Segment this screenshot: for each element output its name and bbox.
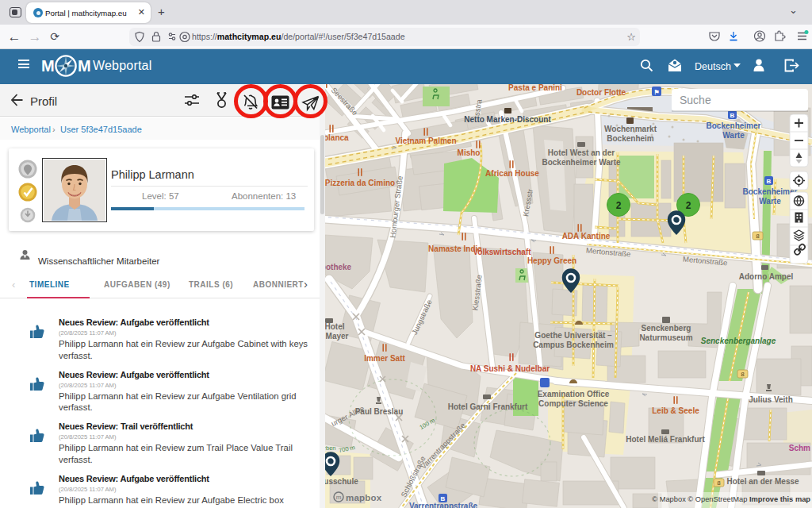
svg-text:Hotel: Hotel	[325, 322, 345, 331]
svg-text:Adorno Ampel: Adorno Ampel	[739, 272, 794, 281]
svg-text:Warte: Warte	[722, 131, 745, 140]
svg-text:Pasta e Panini: Pasta e Panini	[508, 84, 562, 92]
svg-text:rben: rben	[325, 444, 336, 452]
svg-text:Bockenheimer: Bockenheimer	[707, 121, 761, 130]
svg-text:© Mapbox © OpenStreetMap Impro: © Mapbox © OpenStreetMap Improve this ma…	[652, 495, 810, 503]
svg-text:t Mayer: t Mayer	[325, 332, 349, 341]
svg-text:Schm: Schm	[789, 444, 810, 452]
svg-text:Hotel an der Messe: Hotel an der Messe	[726, 477, 799, 486]
svg-text:potheke: potheke	[325, 263, 352, 271]
svg-text:Campus Bockenheim: Campus Bockenheim	[533, 341, 614, 349]
svg-text:Computer Science: Computer Science	[538, 399, 608, 408]
svg-text:Hotel Meliá Frankfurt: Hotel Meliá Frankfurt	[626, 435, 705, 444]
svg-text:B: B	[730, 112, 735, 119]
svg-text:Warte: Warte	[759, 197, 781, 206]
svg-text:African House: African House	[485, 169, 539, 178]
svg-text:NA Sushi & Nudelbar: NA Sushi & Nudelbar	[470, 364, 550, 373]
svg-text:Misho: Misho	[458, 148, 481, 157]
svg-text:B: B	[441, 495, 446, 502]
svg-text:Doctor Flotte: Doctor Flotte	[576, 88, 626, 97]
svg-text:B: B	[767, 178, 772, 185]
svg-text:ADA Kantine: ADA Kantine	[562, 232, 611, 241]
svg-text:8: 8	[717, 479, 721, 487]
svg-text:tiusschule: tiusschule	[325, 477, 358, 486]
svg-text:Varrentrappstraße: Varrentrappstraße	[409, 502, 478, 508]
svg-text:Naturmuseum: Naturmuseum	[639, 333, 692, 342]
svg-text:Julius Veith: Julius Veith	[749, 395, 793, 404]
svg-text:Examination Office: Examination Office	[538, 390, 610, 398]
svg-text:Immer Satt: Immer Satt	[364, 354, 405, 363]
svg-text:Leib & Seele: Leib & Seele	[652, 406, 699, 415]
svg-text:Bockenheim: Bockenheim	[607, 134, 654, 143]
svg-text:Senckenberganlage: Senckenberganlage	[701, 337, 776, 345]
svg-text:Bockenheimer: Bockenheimer	[743, 187, 798, 196]
svg-text:Hotel West an der: Hotel West an der	[548, 148, 615, 157]
svg-text:8: 8	[741, 371, 745, 378]
svg-text:Volkswirtschaft: Volkswirtschaft	[473, 248, 531, 256]
svg-text:Pizzeria da Cimino: Pizzeria da Cimino	[325, 179, 395, 187]
svg-text:Bockenheimer Warte: Bockenheimer Warte	[542, 158, 621, 167]
svg-text:ablanca: ablanca	[325, 133, 349, 142]
svg-text:2: 2	[686, 200, 691, 211]
svg-text:Vietnam Palmen: Vietnam Palmen	[395, 137, 456, 145]
svg-text:Goethe Universität –: Goethe Universität –	[534, 331, 612, 340]
svg-text:m: m	[336, 494, 342, 501]
svg-text:8: 8	[756, 233, 760, 240]
svg-text:Wochenmarkt: Wochenmarkt	[604, 125, 657, 133]
svg-text:Hotel Garni Frankfurt: Hotel Garni Frankfurt	[448, 402, 528, 411]
svg-text:Suche: Suche	[680, 94, 711, 106]
svg-text:Heppy Green: Heppy Green	[527, 256, 576, 265]
svg-text:⚑: ⚑	[653, 89, 659, 96]
svg-text:2: 2	[616, 200, 622, 211]
svg-text:Senckenberg: Senckenberg	[642, 324, 691, 333]
svg-text:mapbox: mapbox	[346, 493, 382, 502]
